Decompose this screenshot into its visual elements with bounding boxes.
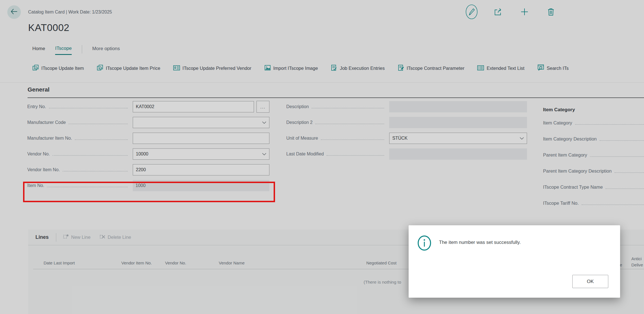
dialog-message: The item number was set successfully. — [439, 240, 521, 245]
confirmation-dialog: The item number was set successfully. OK — [409, 225, 620, 298]
catalog-item-card-page: Catalog Item Card | Work Date: 1/23/2025… — [0, 0, 644, 314]
ok-button[interactable]: OK — [572, 275, 608, 288]
item-no-highlight-annotation — [23, 182, 275, 202]
info-icon — [417, 235, 432, 252]
